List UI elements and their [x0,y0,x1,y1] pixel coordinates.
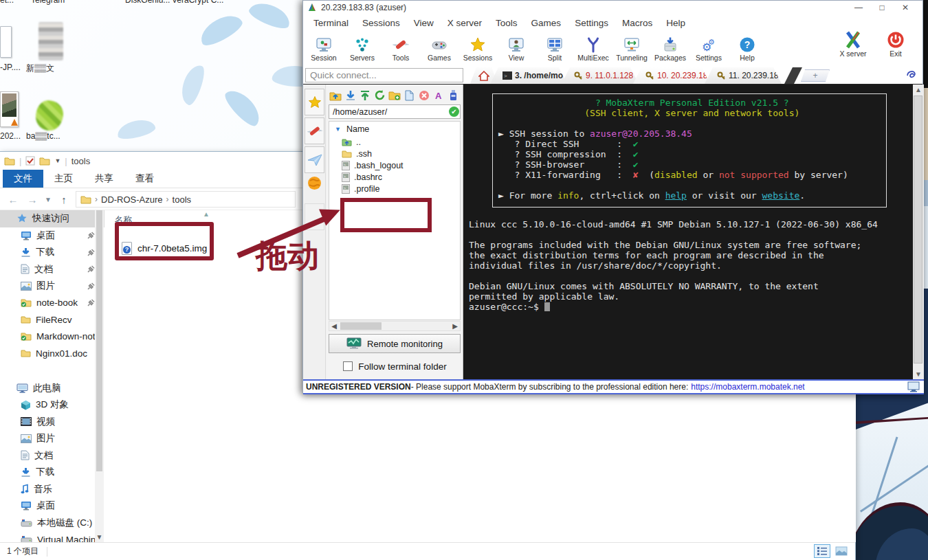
folder-icon[interactable] [39,156,50,166]
remote-entry-ssh[interactable]: .ssh [329,148,460,159]
ribbon-tab-查看[interactable]: 查看 [124,170,165,188]
session-tab-9-11-0-1-128[interactable]: 9. 11.0.1.128✕ [562,67,639,84]
scroll-right-icon[interactable]: ▶ [450,322,460,330]
menu-view[interactable]: View [407,18,441,28]
refresh-icon[interactable] [373,89,386,102]
mobaxterm-titlebar[interactable]: 20.239.183.83 (azuser) — □ ✕ [303,1,923,14]
menu-games[interactable]: Games [524,18,568,28]
sidebar-item-note-book[interactable]: note-book [0,295,104,312]
download-icon[interactable] [344,89,356,102]
tree-header[interactable]: ▼ Name [329,122,460,136]
toolbar-games-button[interactable]: Games [420,31,459,67]
scroll-down-icon[interactable]: ▼ [95,533,104,541]
sidebar-item-快速访问[interactable]: 快速访问 [0,210,104,227]
ribbon-tab-主页[interactable]: 主页 [43,170,84,188]
session-tab-3-home-mo[interactable]: >3. /home/mo✕ [490,67,567,84]
session-tab-11-20-239-18[interactable]: 11. 20.239.18✕ [705,67,782,84]
new-folder-icon[interactable] [388,89,401,102]
paper-plane-button[interactable] [305,146,324,173]
delete-icon[interactable] [418,89,430,102]
toolbar-sessions-button[interactable]: Sessions [459,31,497,67]
sidebar-item-markdown-not[interactable]: Markdown-not [0,328,104,346]
desktop-icon-photo[interactable] [0,91,19,127]
back-button[interactable]: ← [5,194,21,205]
follow-checkbox[interactable] [343,361,353,371]
terminal-scrollbar[interactable]: ▲ ▼ [913,85,924,379]
details-view-button[interactable] [814,544,830,558]
remote-entry-bash-logout[interactable]: >_.bash_logout [329,159,460,171]
menu-settings[interactable]: Settings [568,18,615,28]
sidebar-item-图片[interactable]: 图片 [0,430,104,447]
sidebar-scrollbar[interactable]: ▼ [95,210,104,542]
sidebar-item-nginx01-doc[interactable]: Nginx01.doc [0,345,104,362]
quick-access-check-icon[interactable] [25,156,35,166]
toolbar-tools-button[interactable]: Tools [382,31,420,67]
toolbar-exit-button[interactable]: Exit [874,31,917,58]
remote-monitoring-button[interactable]: Remote monitoring [329,334,461,353]
sidebar-item-此电脑[interactable]: 此电脑 [0,380,104,397]
sidebar-item-3d-对象[interactable]: 3D 对象 [0,396,104,414]
minimize-button[interactable]: — [847,1,870,14]
toolbar-help-button[interactable]: ?Help [728,31,766,67]
quick-connect-input[interactable] [305,68,463,82]
rename-icon[interactable]: A [432,89,445,102]
toolbar-settings-button[interactable]: ⚙⚙Settings [689,31,728,67]
maximize-button[interactable]: □ [870,1,894,14]
remote-path-input[interactable] [329,104,461,119]
sidebar-item-virtual-machine[interactable]: Virtual Machine [0,531,104,542]
toolbar-packages-button[interactable]: Packages [651,31,689,67]
paperclip-icon[interactable] [905,68,918,82]
toolbar-servers-button[interactable]: Servers [343,31,382,67]
sidebar-item-视频[interactable]: 视频 [0,414,104,431]
toolbar-view-button[interactable]: View [497,31,535,67]
sessions-star-button[interactable] [305,89,324,115]
menu-sessions[interactable]: Sessions [355,18,407,28]
breadcrumb[interactable]: › DD-ROS-Azure › tools [76,191,296,208]
desktop-icon-document[interactable] [0,26,12,58]
sidebar-item-文档[interactable]: 文档 [0,261,104,278]
ribbon-tab-共享[interactable]: 共享 [84,170,124,188]
breadcrumb-segment[interactable]: tools [173,194,191,205]
terminal[interactable]: ? MobaXterm Personal Edition v21.5 ? (SS… [463,85,913,379]
remote-entry-profile[interactable]: >_.profile [329,183,460,194]
sidebar-item-桌面[interactable]: 桌面 [0,227,104,245]
toolbar-multiexec-button[interactable]: MultiExec [574,31,612,67]
tools-knife-button[interactable] [305,117,324,144]
menu-tools[interactable]: Tools [489,18,524,28]
remote-entry-bashrc[interactable]: >_.bashrc [329,171,460,183]
breadcrumb-segment[interactable]: DD-ROS-Azure [101,194,163,205]
sidebar-item-filerecv[interactable]: FileRecv [0,311,104,328]
new-file-icon[interactable] [403,89,415,102]
ribbon-tab-文件[interactable]: 文件 [3,170,43,188]
thumbnail-view-button[interactable] [833,544,850,558]
collapse-icon[interactable]: ▼ [335,126,341,133]
upload-icon[interactable] [359,89,371,102]
usb-device-icon[interactable] [448,89,460,102]
scroll-left-icon[interactable]: ◀ [329,322,339,330]
sidebar-item-下载[interactable]: 下载 [0,244,104,261]
toolbar-split-button[interactable]: Split [535,31,574,67]
menu-help[interactable]: Help [659,18,692,28]
sidebar-item-本地磁盘-c[interactable]: 本地磁盘 (C:) [0,515,104,532]
upgrade-link[interactable]: https://mobaxterm.mobatek.net [691,382,804,392]
close-button[interactable]: ✕ [894,1,917,14]
remote-entry-[interactable]: .. [329,136,460,148]
sidebar-item-图片[interactable]: 图片 [0,278,104,295]
sidebar-item-桌面[interactable]: 桌面 [0,497,104,515]
sidebar-item-音乐[interactable]: 音乐 [0,481,104,498]
desktop-icon-blurred[interactable] [38,22,63,60]
up-button[interactable]: ↑ [56,194,71,205]
globe-button[interactable] [307,176,322,190]
sidebar-item-文档[interactable]: 文档 [0,447,104,464]
follow-terminal-folder[interactable]: Follow terminal folder [327,358,463,374]
menu-macros[interactable]: Macros [615,18,659,28]
toolbar-session-button[interactable]: Session [305,31,343,67]
scroll-down-icon[interactable]: ▼ [913,370,924,378]
scrollbar-thumb[interactable] [914,96,923,363]
menu-x-server[interactable]: X server [441,18,489,28]
forward-button[interactable]: → [25,194,40,205]
toolbar-tunneling-button[interactable]: Tunneling [612,31,651,67]
toolbar-x-server-button[interactable]: X server [832,31,874,58]
new-tab-button[interactable]: + [801,69,830,82]
sidebar-item-下载[interactable]: 下载 [0,464,104,481]
